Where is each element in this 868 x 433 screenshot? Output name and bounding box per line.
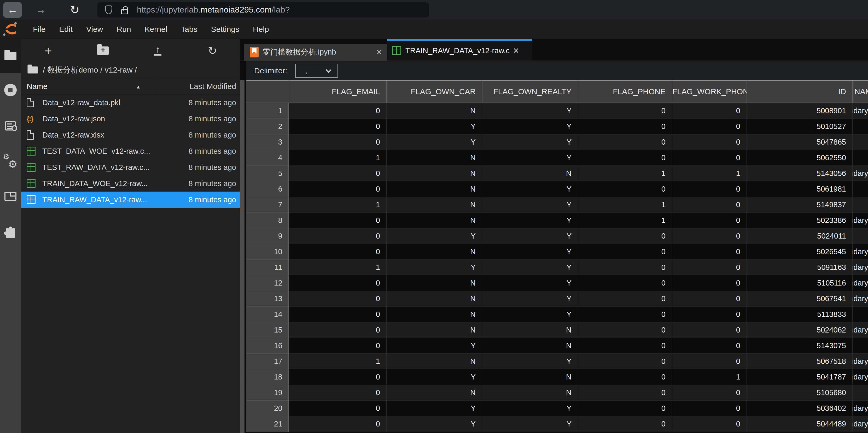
- csv-data-grid[interactable]: FLAG_EMAILFLAG_OWN_CARFLAG_OWN_REALTYFLA…: [246, 80, 868, 433]
- file-row[interactable]: Data_v12-raw_data.pkl8 minutes ago: [21, 95, 240, 111]
- data-cell[interactable]: Y: [386, 119, 482, 134]
- data-cell[interactable]: Y: [386, 228, 482, 244]
- data-cell[interactable]: Y: [482, 307, 578, 322]
- data-cell[interactable]: N: [386, 275, 482, 291]
- upload-button[interactable]: ↑: [130, 39, 185, 62]
- data-cell[interactable]: 5024011: [747, 228, 852, 244]
- row-number-cell[interactable]: 4: [246, 150, 289, 166]
- menu-item-run[interactable]: Run: [110, 20, 138, 39]
- data-cell-clipped[interactable]: [852, 150, 868, 166]
- file-row[interactable]: TRAIN_RAW_DATA_v12-raw...8 minutes ago: [21, 192, 240, 208]
- menu-item-view[interactable]: View: [80, 20, 110, 39]
- grid-column-header-id[interactable]: ID: [747, 81, 852, 103]
- data-cell[interactable]: 0: [672, 338, 747, 354]
- data-cell[interactable]: Y: [482, 213, 578, 228]
- delimiter-select[interactable]: ,: [295, 64, 338, 78]
- data-cell[interactable]: N: [482, 166, 578, 181]
- data-cell-clipped[interactable]: [852, 338, 868, 354]
- data-cell[interactable]: Y: [386, 369, 482, 385]
- row-number-cell[interactable]: 13: [246, 291, 289, 307]
- file-row[interactable]: TEST_RAW_DATA_v12-raw.c...8 minutes ago: [21, 159, 240, 175]
- data-cell[interactable]: 0: [289, 244, 386, 260]
- row-number-cell[interactable]: 5: [246, 166, 289, 181]
- data-cell[interactable]: 0: [672, 244, 747, 260]
- data-cell[interactable]: 0: [672, 307, 747, 322]
- data-cell[interactable]: 0: [578, 385, 672, 401]
- data-cell[interactable]: N: [386, 354, 482, 369]
- data-cell[interactable]: Y: [482, 291, 578, 307]
- breadcrumb[interactable]: / 数据分析demo / v12-raw /: [21, 62, 240, 78]
- data-cell[interactable]: Y: [482, 197, 578, 213]
- data-cell-clipped[interactable]: ndary: [852, 401, 868, 416]
- data-cell[interactable]: Y: [482, 416, 578, 432]
- data-cell[interactable]: N: [386, 197, 482, 213]
- data-cell[interactable]: 0: [289, 322, 386, 338]
- url-text[interactable]: https://jupyterlab.metanoia8295.com/lab?: [137, 5, 290, 14]
- data-cell[interactable]: 0: [672, 181, 747, 197]
- data-cell[interactable]: 0: [672, 322, 747, 338]
- data-cell-clipped[interactable]: ndary: [852, 103, 868, 119]
- column-header-last-modified[interactable]: Last Modified: [190, 78, 236, 95]
- data-cell[interactable]: 1: [578, 166, 672, 181]
- data-cell[interactable]: 0: [289, 291, 386, 307]
- data-cell[interactable]: 0: [672, 416, 747, 432]
- data-cell[interactable]: 5041787: [747, 369, 852, 385]
- data-cell[interactable]: N: [386, 150, 482, 166]
- file-row[interactable]: {:}Data_v12-raw.json8 minutes ago: [21, 111, 240, 127]
- data-cell[interactable]: 0: [672, 228, 747, 244]
- lock-icon[interactable]: [121, 9, 128, 14]
- browser-back-button[interactable]: ←: [3, 2, 22, 18]
- data-cell[interactable]: N: [386, 385, 482, 401]
- row-number-cell[interactable]: 8: [246, 213, 289, 228]
- data-cell[interactable]: Y: [482, 260, 578, 275]
- data-cell-clipped[interactable]: [852, 385, 868, 401]
- menu-item-help[interactable]: Help: [246, 20, 276, 39]
- data-cell[interactable]: 1: [672, 166, 747, 181]
- data-cell[interactable]: 0: [289, 166, 386, 181]
- data-cell[interactable]: 1: [289, 150, 386, 166]
- data-cell-clipped[interactable]: ndary: [852, 213, 868, 228]
- data-cell[interactable]: 0: [289, 369, 386, 385]
- data-cell[interactable]: 5113833: [747, 307, 852, 322]
- row-number-cell[interactable]: 12: [246, 275, 289, 291]
- row-number-cell[interactable]: 21: [246, 416, 289, 432]
- data-cell[interactable]: Y: [386, 134, 482, 150]
- row-number-cell[interactable]: 10: [246, 244, 289, 260]
- data-cell[interactable]: 5024062: [747, 322, 852, 338]
- grid-column-header-flag_own_realty[interactable]: FLAG_OWN_REALTY: [482, 81, 578, 103]
- menu-item-tabs[interactable]: Tabs: [174, 20, 204, 39]
- data-cell[interactable]: 0: [578, 103, 672, 119]
- data-cell[interactable]: Y: [482, 244, 578, 260]
- data-cell[interactable]: 5023386: [747, 213, 852, 228]
- data-cell[interactable]: N: [386, 181, 482, 197]
- data-cell-clipped[interactable]: [852, 134, 868, 150]
- data-cell[interactable]: Y: [482, 103, 578, 119]
- data-cell[interactable]: N: [386, 291, 482, 307]
- data-cell[interactable]: 1: [289, 197, 386, 213]
- data-cell-clipped[interactable]: ndary: [852, 291, 868, 307]
- data-cell[interactable]: 5061981: [747, 181, 852, 197]
- refresh-button[interactable]: ↻: [185, 39, 240, 62]
- data-cell[interactable]: N: [386, 166, 482, 181]
- data-cell[interactable]: N: [386, 213, 482, 228]
- data-cell[interactable]: 0: [578, 275, 672, 291]
- sidebar-tab-settings-gears[interactable]: ⚙⚙: [0, 149, 21, 173]
- data-cell[interactable]: 0: [578, 307, 672, 322]
- data-cell[interactable]: Y: [482, 228, 578, 244]
- data-cell[interactable]: 5105680: [747, 385, 852, 401]
- data-cell[interactable]: 5143056: [747, 166, 852, 181]
- data-cell[interactable]: 0: [289, 228, 386, 244]
- data-cell[interactable]: Y: [482, 354, 578, 369]
- data-cell[interactable]: 0: [672, 260, 747, 275]
- data-cell[interactable]: 0: [672, 119, 747, 134]
- data-cell[interactable]: 0: [672, 401, 747, 416]
- grid-column-header-flag_email[interactable]: FLAG_EMAIL: [289, 81, 386, 103]
- data-cell[interactable]: 0: [578, 416, 672, 432]
- data-cell[interactable]: Y: [386, 401, 482, 416]
- data-cell[interactable]: 5010527: [747, 119, 852, 134]
- row-number-cell[interactable]: 18: [246, 369, 289, 385]
- data-cell[interactable]: 5143075: [747, 338, 852, 354]
- menu-item-settings[interactable]: Settings: [204, 20, 246, 39]
- data-cell-clipped[interactable]: ndary: [852, 322, 868, 338]
- tab-csv-active[interactable]: TRAIN_RAW_DATA_v12-raw.c ×: [387, 39, 532, 61]
